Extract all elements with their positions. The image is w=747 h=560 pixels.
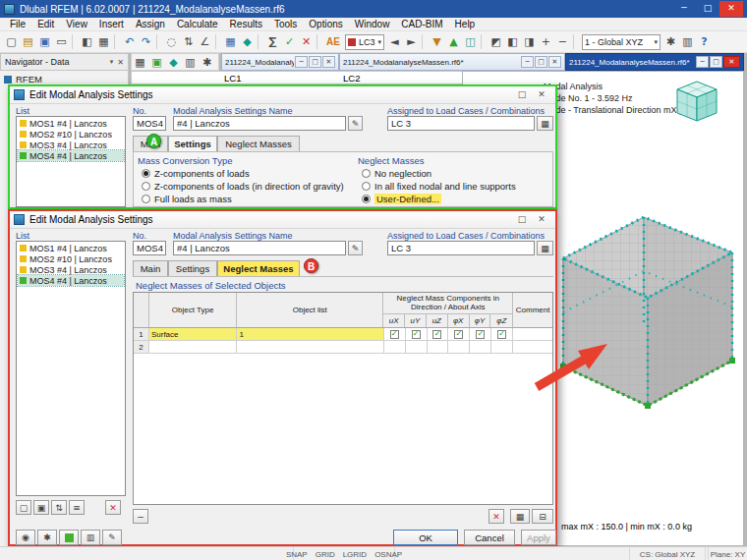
zoom-out-icon[interactable]: − [554, 33, 571, 50]
help-icon[interactable]: ? [696, 33, 713, 50]
checkbox-checked-icon[interactable]: ✓ [432, 330, 441, 339]
row2-check-uy-cell[interactable] [406, 341, 428, 353]
mdi-window3-minimize-button[interactable]: ─ [696, 56, 709, 68]
mdi-window2-minimize-button[interactable]: ─ [521, 56, 534, 68]
cancel-button[interactable]: Cancel [464, 530, 515, 545]
mdi-window1-minimize-button[interactable]: ─ [295, 56, 308, 68]
renumber-icon[interactable]: ⇅ [180, 33, 197, 50]
dialog-filter-button[interactable]: ▥ [81, 530, 100, 545]
renumber-settings-button[interactable]: ⇅ [51, 500, 67, 515]
ok-button[interactable]: OK [393, 530, 458, 545]
view-isometric-icon[interactable]: ◩ [488, 33, 504, 50]
calculate-icon[interactable]: ∑ [264, 33, 281, 50]
navigator-menu-caret-icon[interactable]: ▾ [110, 58, 114, 66]
mdi-window2-restore-button[interactable]: □ [535, 56, 547, 68]
window-close-button[interactable]: ✕ [719, 1, 743, 17]
check-model-icon[interactable]: ✓ [281, 33, 298, 50]
redo-icon[interactable]: ↷ [138, 33, 154, 50]
navigator-titlebar[interactable]: Navigator - Data ▾ ✕ [0, 53, 129, 71]
row2-check-phiz-cell[interactable] [491, 341, 513, 353]
mdi-window3-titlebar[interactable]: 211224_ModalanalyseMassen.rf6* ─ □ ✕ [565, 53, 744, 71]
checkbox-checked-icon[interactable]: ✓ [497, 330, 506, 339]
mos-list-item-1[interactable]: MOS1 #4 | Lanczos [18, 118, 124, 129]
export-table-button[interactable]: ⊟ [532, 509, 553, 524]
tab-neglect-masses-selected[interactable]: Neglect Masses [217, 260, 300, 276]
menu-item-insert[interactable]: Insert [93, 19, 130, 29]
dialog-info-button[interactable]: ◉ [16, 530, 35, 545]
mos-list-item-1[interactable]: MOS1 #4 | Lanczos [18, 243, 124, 253]
graphic-icon[interactable]: ◆ [239, 33, 256, 50]
menu-item-window[interactable]: Window [349, 19, 396, 29]
checkbox-checked-icon[interactable]: ✓ [454, 330, 463, 339]
row2-check-ux-cell[interactable] [384, 341, 406, 353]
dialog-a-titlebar[interactable]: Edit Modal Analysis Settings □ ✕ [10, 86, 555, 104]
mdi-window2-close-button[interactable]: ✕ [548, 56, 561, 68]
view-xz-icon[interactable]: ◨ [521, 33, 538, 50]
radio-icon[interactable] [142, 195, 150, 203]
menu-item-file[interactable]: File [4, 19, 31, 29]
coordinate-system-combo[interactable]: 1 - Global XYZ ▾ [582, 34, 661, 50]
view-options-icon[interactable]: ✱ [199, 54, 215, 71]
settings-list-button[interactable]: ≡ [69, 500, 85, 515]
assigned-loadcases-field[interactable]: LC 3 [387, 116, 535, 131]
radio-label[interactable]: Full loads as mass [154, 194, 232, 204]
render-view-icon[interactable]: ◆ [165, 54, 182, 71]
menu-item-calculate[interactable]: Calculate [171, 19, 224, 29]
dialog-edit-button[interactable]: ✎ [102, 530, 122, 545]
print-icon[interactable]: ▭ [53, 33, 70, 50]
radio-icon[interactable] [362, 182, 371, 191]
undo-icon[interactable]: ↶ [121, 33, 138, 50]
row2-object-list-cell[interactable] [237, 341, 383, 353]
lgrid-toggle[interactable]: LGRID [343, 550, 367, 559]
dialog-a-maximize-button[interactable]: □ [512, 88, 532, 102]
snap-toggle[interactable]: SNAP [286, 550, 308, 559]
menu-item-edit[interactable]: Edit [31, 19, 60, 29]
row2-check-phix-cell[interactable] [448, 341, 470, 353]
tab-settings[interactable]: Settings [168, 260, 217, 276]
checkbox-checked-icon[interactable]: ✓ [412, 330, 421, 339]
menu-item-cadbim[interactable]: CAD-BIM [395, 19, 448, 29]
no-field[interactable]: MOS4 [133, 241, 166, 255]
dialog-a-close-button[interactable]: ✕ [532, 88, 551, 102]
menu-item-view[interactable]: View [60, 19, 93, 29]
no-field[interactable]: MOS4 [133, 116, 166, 131]
dialog-b-maximize-button[interactable]: □ [512, 213, 532, 227]
mdi-window1-titlebar[interactable]: 211224_ModalanalyseMassen.rf6* ─ □ ✕ [221, 53, 339, 71]
radio-icon[interactable] [142, 169, 150, 178]
mdi-window1-close-button[interactable]: ✕ [322, 56, 335, 68]
show-loads-icon[interactable]: ▼ [429, 33, 445, 50]
settings-name-field[interactable]: #4 | Lanczos [173, 116, 346, 131]
navigation-cube-icon[interactable] [673, 78, 720, 125]
row2-object-type-cell[interactable] [149, 341, 238, 353]
grid-toggle[interactable]: GRID [316, 550, 335, 559]
next-loadcase-icon[interactable]: ► [403, 33, 420, 50]
mdi-window3-close-button[interactable]: ✕ [723, 56, 740, 68]
display-settings-icon[interactable]: ✱ [662, 33, 679, 50]
clipboard-icon[interactable]: ▦ [95, 33, 112, 50]
delete-all-rows-button[interactable]: ✕ [488, 509, 504, 524]
radio-icon[interactable] [362, 195, 371, 203]
row1-object-list-cell[interactable]: 1 [237, 328, 383, 340]
wireframe-view-icon[interactable]: ▦ [132, 54, 148, 71]
menu-item-options[interactable]: Options [303, 19, 348, 29]
table-view-button[interactable]: ▦ [510, 509, 530, 524]
radio-label[interactable]: Z-components of loads (in direction of g… [154, 181, 344, 192]
dialog-b-close-button[interactable]: ✕ [532, 213, 551, 227]
dialog-settings-gear-button[interactable]: ✱ [37, 530, 57, 545]
save-icon[interactable]: ▣ [36, 33, 53, 50]
measure-icon[interactable]: ∠ [197, 33, 213, 50]
radio-label[interactable]: No neglection [374, 168, 431, 179]
menu-item-assign[interactable]: Assign [130, 19, 171, 29]
insert-row-button[interactable]: − [133, 509, 148, 524]
mos-list-item-4-selected[interactable]: MOS4 #4 | Lanczos [18, 275, 124, 286]
solid-view-icon[interactable]: ▣ [148, 54, 165, 71]
tab-main[interactable]: Main [133, 260, 168, 276]
radio-label[interactable]: In all fixed nodal and line supports [374, 181, 516, 192]
radio-icon[interactable] [362, 169, 371, 178]
grid-view-icon[interactable]: ▥ [182, 54, 199, 71]
menu-item-results[interactable]: Results [224, 19, 268, 29]
tab-settings-selected[interactable]: Settings [168, 136, 217, 151]
radio-label[interactable]: User-Defined... [374, 194, 441, 204]
window-maximize-button[interactable]: □ [696, 1, 719, 17]
select-objects-icon[interactable]: ◌ [163, 33, 180, 50]
